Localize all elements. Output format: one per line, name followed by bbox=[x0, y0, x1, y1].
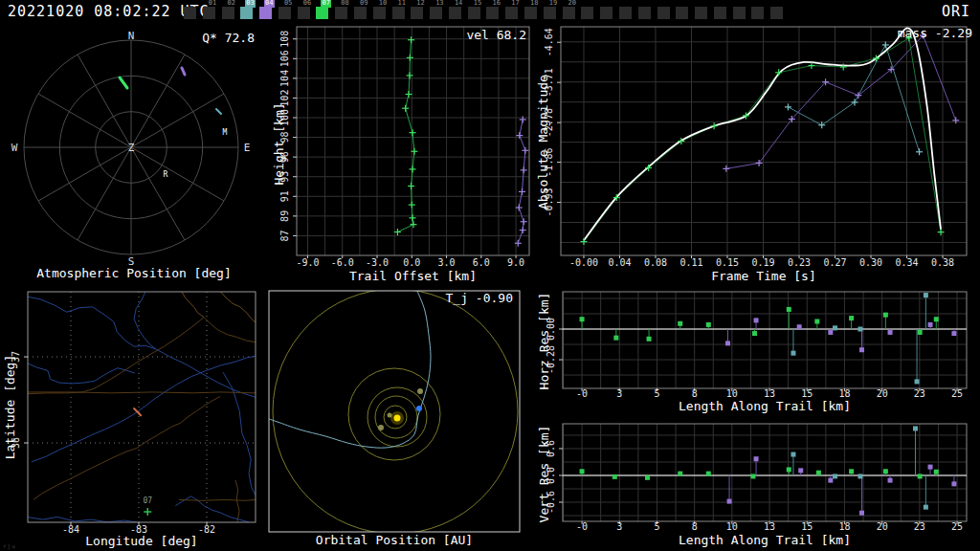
svg-text:-0.00: -0.00 bbox=[569, 257, 598, 268]
station-indicator-08[interactable]: 08 bbox=[334, 0, 353, 23]
station-indicator-19[interactable]: 19 bbox=[543, 0, 562, 23]
svg-text:13: 13 bbox=[764, 521, 775, 532]
station-indicator[interactable] bbox=[657, 0, 676, 23]
orbit-caption: Orbital Position [AU] bbox=[268, 533, 521, 547]
station-indicator[interactable] bbox=[618, 0, 637, 23]
station-indicator[interactable] bbox=[713, 0, 732, 23]
station-indicator-14[interactable]: 14 bbox=[448, 0, 467, 23]
station-number: 11 bbox=[397, 0, 407, 8]
svg-text:5: 5 bbox=[654, 388, 659, 399]
station-indicator[interactable] bbox=[694, 0, 713, 23]
station-indicator-01[interactable]: 01 bbox=[202, 0, 221, 23]
station-indicator-04[interactable]: 04 bbox=[258, 0, 278, 23]
svg-text:23: 23 bbox=[914, 521, 925, 532]
vertical-residuals-chart: -0358101315182023250.60.0-0.6 bbox=[536, 417, 980, 551]
station-indicator[interactable] bbox=[769, 0, 789, 23]
svg-text:-6.0: -6.0 bbox=[331, 257, 354, 268]
mass-annotation: mass -2.29 bbox=[898, 26, 972, 40]
station-indicator[interactable] bbox=[750, 0, 769, 23]
trail-offset-panel: -9.0-6.0-3.00.03.06.09.08789919396981001… bbox=[268, 23, 536, 283]
station-number: 09 bbox=[359, 0, 368, 8]
station-square bbox=[468, 7, 480, 19]
station-indicator-16[interactable]: 16 bbox=[485, 0, 504, 23]
svg-text:23: 23 bbox=[914, 388, 925, 399]
station-number: 02 bbox=[227, 0, 236, 8]
horizontal-residuals-panel: -0358101315182023250.00-0.28 Horz Res [k… bbox=[536, 283, 980, 417]
light-curve-chart: -0.000.040.080.110.150.190.230.270.300.3… bbox=[536, 23, 980, 283]
longitude-axis-label: Longitude [deg] bbox=[28, 534, 256, 548]
svg-text:10: 10 bbox=[726, 388, 738, 399]
svg-text:0.0: 0.0 bbox=[403, 257, 420, 268]
top-status-bar: 20221020 08:02:22 UTC 010203040506070809… bbox=[0, 0, 980, 23]
trail-length-axis-label-2: Length Along Trail [km] bbox=[563, 533, 967, 547]
station-square bbox=[354, 7, 367, 19]
station-square bbox=[714, 7, 726, 19]
station-indicator[interactable] bbox=[675, 0, 694, 23]
station-number: 14 bbox=[454, 0, 463, 8]
station-indicator-18[interactable]: 18 bbox=[523, 0, 543, 23]
svg-text:0.38: 0.38 bbox=[931, 257, 954, 268]
station-indicator-05[interactable]: 05 bbox=[278, 0, 297, 23]
station-indicator-10[interactable]: 10 bbox=[372, 0, 391, 23]
station-number: 13 bbox=[434, 0, 444, 8]
svg-text:8: 8 bbox=[692, 388, 698, 399]
station-indicator-06[interactable]: 06 bbox=[297, 0, 316, 23]
svg-text:-9.0: -9.0 bbox=[296, 257, 319, 268]
horizontal-residuals-chart: -0358101315182023250.00-0.28 bbox=[536, 283, 980, 417]
station-square bbox=[222, 7, 234, 19]
station-square bbox=[298, 7, 310, 19]
station-indicator[interactable] bbox=[580, 0, 599, 23]
station-indicator[interactable] bbox=[183, 0, 202, 23]
svg-text:20: 20 bbox=[877, 388, 888, 399]
station-indicator[interactable] bbox=[637, 0, 657, 23]
station-number: 07 bbox=[321, 0, 330, 8]
ground-track-map: -84-83-82363707 bbox=[0, 283, 268, 551]
svg-text:18: 18 bbox=[838, 521, 850, 532]
orbit-panel: T_j -0.90 Orbital Position [AU] bbox=[268, 283, 521, 551]
station-number: 06 bbox=[302, 0, 312, 8]
svg-text:0.19: 0.19 bbox=[751, 257, 774, 268]
svg-text:15: 15 bbox=[801, 521, 813, 532]
svg-text:0.08: 0.08 bbox=[644, 257, 667, 268]
station-square bbox=[335, 7, 347, 19]
station-indicator-12[interactable]: 12 bbox=[410, 0, 429, 23]
watermark: rju bbox=[3, 542, 16, 549]
svg-text:W: W bbox=[11, 142, 18, 154]
svg-text:25: 25 bbox=[951, 521, 963, 532]
station-indicator-03[interactable]: 03 bbox=[239, 0, 258, 23]
svg-text:R: R bbox=[164, 170, 168, 179]
station-indicator-09[interactable]: 09 bbox=[353, 0, 372, 23]
svg-text:3: 3 bbox=[616, 388, 622, 399]
station-number: 12 bbox=[415, 0, 425, 8]
station-indicator-07[interactable]: 07 bbox=[315, 0, 334, 23]
station-indicator-17[interactable]: 17 bbox=[504, 0, 523, 23]
station-square bbox=[373, 7, 386, 19]
station-square bbox=[486, 7, 499, 19]
magnitude-axis-label: Absolute Magnitude bbox=[536, 37, 550, 248]
svg-text:0.04: 0.04 bbox=[608, 257, 631, 268]
station-number: 08 bbox=[340, 0, 349, 8]
station-number: 04 bbox=[264, 0, 274, 8]
trail-length-axis-label: Length Along Trail [km] bbox=[563, 399, 967, 413]
svg-text:5: 5 bbox=[654, 521, 659, 532]
trail-offset-axis-label: Trail Offset [km] bbox=[297, 269, 529, 283]
station-indicator-13[interactable]: 13 bbox=[429, 0, 448, 23]
station-indicator-02[interactable]: 02 bbox=[221, 0, 240, 23]
station-indicator-15[interactable]: 15 bbox=[467, 0, 486, 23]
station-indicator[interactable] bbox=[732, 0, 751, 23]
svg-text:3: 3 bbox=[616, 521, 622, 532]
latitude-axis-label: Latitude [deg] bbox=[3, 302, 17, 513]
svg-text:18: 18 bbox=[838, 388, 850, 399]
station-square bbox=[505, 7, 518, 19]
svg-text:0.11: 0.11 bbox=[679, 257, 702, 268]
svg-text:0.27: 0.27 bbox=[823, 257, 846, 268]
svg-text:10: 10 bbox=[726, 521, 738, 532]
station-number: 19 bbox=[548, 0, 558, 8]
station-square bbox=[240, 7, 253, 19]
trail-offset-chart: -9.0-6.0-3.00.03.06.09.08789919396981001… bbox=[268, 23, 536, 283]
station-indicator-20[interactable]: 20 bbox=[562, 0, 581, 23]
station-indicator-11[interactable]: 11 bbox=[391, 0, 411, 23]
svg-text:-0: -0 bbox=[576, 521, 588, 532]
station-indicator[interactable] bbox=[599, 0, 618, 23]
station-square bbox=[751, 7, 764, 19]
